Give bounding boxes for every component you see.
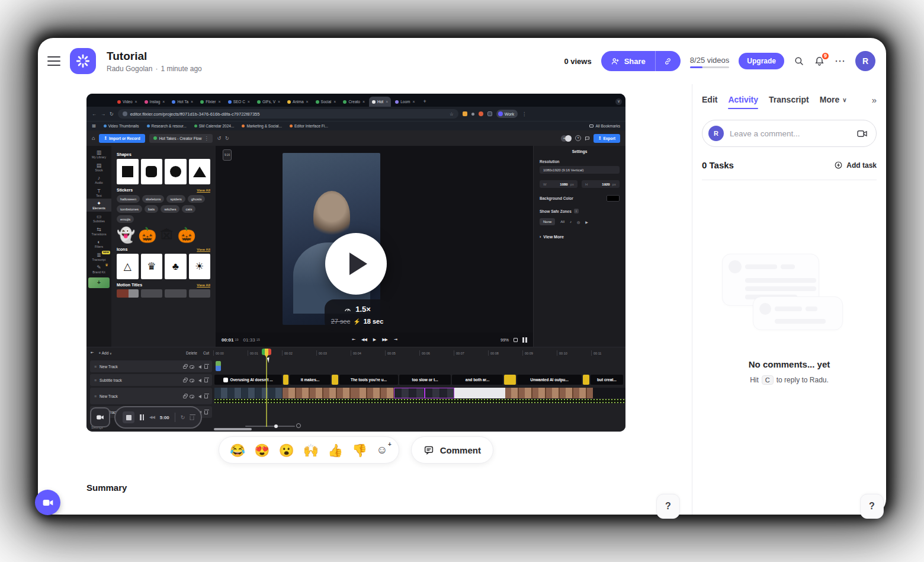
tab-favicon <box>172 100 175 104</box>
total-time: 01:33 <box>243 337 255 343</box>
preview-controls-bar: 00:01 19 01:33 15 ⇤ ◀◀ ▶ ▶▶ ⇥ 99% <box>216 333 533 347</box>
tab-title: Instag <box>150 100 161 104</box>
camera-icon <box>42 497 54 509</box>
help-button[interactable]: ? <box>656 494 680 519</box>
comment-input[interactable]: R Leave a comment... <box>702 120 877 147</box>
browser-tab: Hot <box>369 97 391 107</box>
notifications-button[interactable]: 9 <box>814 56 825 67</box>
bookmarks-bar: ⊞ Video ThumbnailsResearch & resour...SM… <box>86 121 625 130</box>
rail-item-icon: ▥ <box>97 149 102 155</box>
tab-title: Flixier <box>206 100 216 104</box>
add-emoji-button[interactable]: ☺+ <box>376 443 387 456</box>
search-button[interactable] <box>794 56 804 66</box>
record-video-fab[interactable] <box>35 490 60 515</box>
icon-glyph: △ <box>124 261 131 272</box>
browser-tab: Instag <box>142 97 168 107</box>
total-frames: 15 <box>256 338 260 341</box>
sticker-tag: ghosts <box>188 195 206 203</box>
subtitle-clip: too slow or t... <box>399 375 451 385</box>
upgrade-button[interactable]: Upgrade <box>739 53 784 69</box>
upgrade-label: Upgrade <box>747 57 776 65</box>
rail-item-label: Elements <box>92 207 105 210</box>
tab-title: GIFs, V <box>262 100 275 104</box>
import-arrow-icon: ↥ <box>104 136 107 140</box>
emoji-reaction-button[interactable]: 👍 <box>328 444 343 456</box>
comments-icon <box>585 136 590 141</box>
video-comment-icon[interactable] <box>856 128 868 139</box>
sticker-tag: skeletons <box>142 195 164 203</box>
new-badge: NEW <box>102 251 110 254</box>
emoji-reaction-button[interactable]: 😍 <box>254 444 270 456</box>
url-field: editor.flixier.com/projects/ff071d1b-347… <box>118 109 458 119</box>
video-player[interactable]: VideoInstagHot TaFlixierSEO CGIFs, VAnim… <box>86 94 625 432</box>
play-button[interactable] <box>325 233 387 295</box>
tab-title: Video <box>123 100 133 104</box>
tab-more[interactable]: More ∨ <box>820 89 847 110</box>
extension-dot-icon <box>471 113 474 116</box>
eye-icon <box>190 365 194 369</box>
collapse-sidebar-button[interactable]: » <box>872 95 877 105</box>
track-row: ≡ New Track <box>90 388 625 404</box>
fullscreen-icon <box>514 338 518 342</box>
rail-item: ⇆ Transitions <box>86 225 111 238</box>
folder-icon <box>589 124 593 127</box>
speed-pill[interactable]: 1.5× 27 sec ⚡ 18 sec <box>325 299 390 331</box>
icon-card: ☀ <box>189 254 211 279</box>
collaborator-avatar <box>565 135 572 142</box>
sticker-tag: witches <box>161 205 179 213</box>
browser-tabstrip: VideoInstagHot TaFlixierSEO CGIFs, VAnim… <box>86 94 625 107</box>
discard-icon <box>190 416 194 420</box>
add-track: + Add ∨ <box>98 351 111 355</box>
rail-item-icon: ⇆ <box>97 226 101 232</box>
emoji-reaction-button[interactable]: 🙌 <box>303 444 319 456</box>
tab-transcript[interactable]: Transcript <box>769 89 809 110</box>
bookmark-favicon <box>242 124 245 127</box>
more-options-button[interactable]: ⋯ <box>835 55 846 68</box>
cut-button: Cut <box>203 351 209 355</box>
bookmark-item: Editor Interface Fi... <box>290 124 328 128</box>
browser-tab: Creato <box>340 97 368 107</box>
safe-zone-option: ▶ <box>585 220 588 224</box>
track-content: Overusing AI doesn't ...it makes...The t… <box>214 374 625 386</box>
tab-favicon <box>228 100 232 104</box>
tab-edit[interactable]: Edit <box>702 89 717 110</box>
workspace-logo[interactable] <box>70 48 96 74</box>
rail-item-label: Audio <box>95 181 102 185</box>
rail-item-icon: ✦ <box>97 200 101 206</box>
empty-state-hint: Hit C to reply to Radu. <box>702 375 877 385</box>
emoji-reaction-button[interactable]: 👎 <box>352 444 367 456</box>
motion-view-all: View All <box>197 283 210 287</box>
pause-button <box>140 414 144 420</box>
icon-glyph: ♣ <box>172 261 179 272</box>
rail-add-button: + <box>88 277 110 288</box>
url-text: editor.flixier.com/projects/ff071d1b-347… <box>130 111 260 117</box>
rail-item-label: Text <box>96 194 102 198</box>
tab-title: Social <box>321 100 332 104</box>
video-quota[interactable]: 8/25 videos <box>690 56 730 67</box>
track-content <box>214 388 625 404</box>
safe-zones-label: Show Safe Zones <box>540 209 572 213</box>
stickers-title: Stickers <box>117 188 133 192</box>
motion-titles-title: Motion Titles <box>117 283 142 287</box>
safe-zone-option: All <box>560 220 564 223</box>
editor-toolbar: ⌂ ↥ Import or Record Hot Takes - Creator… <box>86 130 625 146</box>
link-icon <box>663 57 672 66</box>
share-split-button: Share <box>601 51 681 71</box>
share-button[interactable]: Share <box>601 51 656 71</box>
emoji-reaction-button[interactable]: 😂 <box>230 444 245 456</box>
tab-activity[interactable]: Activity <box>728 89 758 110</box>
copy-link-button[interactable] <box>656 51 681 71</box>
user-avatar[interactable]: R <box>855 51 875 71</box>
lightning-icon: ⚡ <box>353 318 360 325</box>
add-task-button[interactable]: Add task <box>834 161 877 170</box>
sidebar-help-button[interactable]: ? <box>860 494 884 519</box>
menu-icon[interactable] <box>47 56 60 66</box>
emoji-reaction-button[interactable]: 😮 <box>279 444 294 456</box>
sticker-tags: halloweenskeletonsspidersghoststombstone… <box>117 195 210 223</box>
comment-button[interactable]: Comment <box>411 436 493 464</box>
search-icon <box>794 56 804 66</box>
ruler-tick: 00:00 <box>213 350 248 356</box>
motion-title-thumbs <box>117 289 210 298</box>
tab-favicon <box>316 100 319 104</box>
empty-state-illustration <box>702 254 877 334</box>
